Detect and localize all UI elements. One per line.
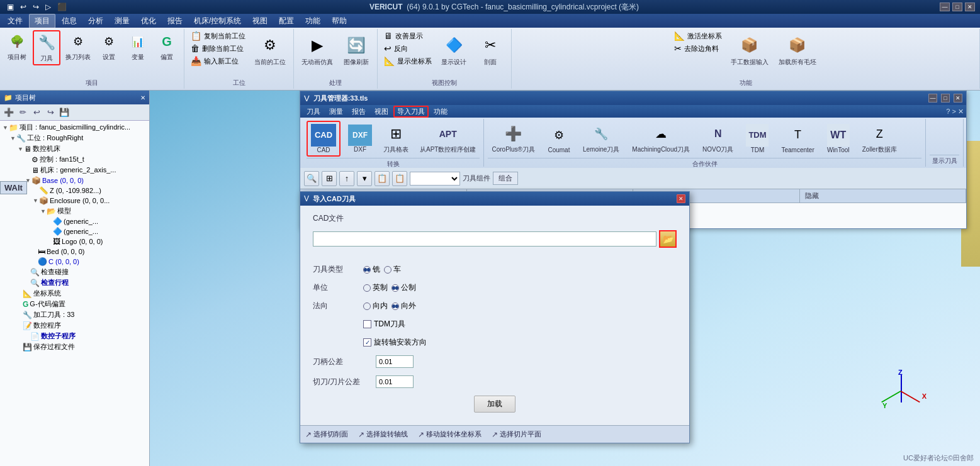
close-button[interactable]: ✕ [965,3,975,11]
ribbon-btn-remove-material[interactable]: ✂ 去除边角料 [672,43,724,54]
ribbon-btn-settings[interactable]: ⚙ 设置 [96,30,122,63]
tree-item-nc-program[interactable]: 📝 数控程序 [1,320,148,331]
tree-item-generic2[interactable]: 🔷 (generic_... [1,226,148,236]
browse-button[interactable]: 📂 [659,230,677,248]
tree-item-collision[interactable]: 🔍 检查碰撞 [1,267,148,277]
ribbon-btn-current-workpiece[interactable]: ⚙ 当前的工位 [251,30,290,69]
tree-item-model[interactable]: ▼ 📂 模型 [1,206,148,216]
tm-btn-novo[interactable]: N NOVO刀具 [699,120,737,157]
ribbon-btn-copy-workpiece[interactable]: 📋 复制当前工位 [188,30,248,42]
tm-btn-apt[interactable]: APT 从APT数控程序创建 [416,120,480,157]
tool-manager-maximize[interactable]: □ [941,94,950,103]
tree-item-logo[interactable]: 🖼 Logo (0, 0, 0) [1,236,148,247]
tm-menu-view[interactable]: 视图 [371,106,392,117]
tree-item-workpiece[interactable]: ▼ 🔧 工位 : RoughRight [1,133,148,143]
shank-tolerance-input[interactable] [376,355,414,368]
tm-btn-machiningcloud[interactable]: ☁ MachiningCloud刀具 [628,120,694,157]
tm-btn-tdm[interactable]: TDM TDM [742,121,772,156]
ribbon-btn-manual-data[interactable]: 📦 手工数据输入 [727,30,772,69]
panel-tool-edit[interactable]: ✏ [16,106,29,119]
tree-item-machining-tools[interactable]: 🔧 加工刀具 : 33 [1,309,148,320]
cad-file-input[interactable] [313,231,656,247]
tree-item-machine[interactable]: 🖥 机床 : generic_2_axis_... [1,165,148,175]
ribbon-btn-improve-display[interactable]: 🖥 改善显示 [381,30,434,42]
tool-manager-close[interactable]: ✕ [954,94,962,103]
ribbon-btn-variable[interactable]: 📊 变量 [125,30,151,63]
ribbon-btn-activate-coord[interactable]: 📐 激活坐标系 [672,30,724,42]
maximize-button[interactable]: □ [952,3,962,11]
tm-toolbar-dropdown[interactable] [410,172,460,186]
select-tool-move-coord[interactable]: ↗ 移动旋转体坐标系 [418,430,482,439]
ribbon-btn-load-blank[interactable]: 📦 加载所有毛坯 [775,30,820,69]
menu-analysis[interactable]: 分析 [83,14,108,28]
ribbon-btn-show-coord[interactable]: 📐 显示坐标系 [381,55,434,67]
tm-menu-report[interactable]: 报告 [348,106,369,117]
ribbon-btn-tool-list[interactable]: ⚙ 换刀列表 [63,30,93,63]
tree-item-bed[interactable]: 🛏 Bed (0, 0, 0) [1,247,148,257]
radio-metric[interactable]: 公制 [391,282,416,293]
tree-item-generic1[interactable]: 🔷 (generic_... [1,216,148,226]
qa-btn-2[interactable]: ↪ [31,3,41,11]
tm-toolbar-btn-6[interactable]: 📋 [392,171,407,186]
ribbon-btn-project-tree[interactable]: 🌳 项目树 [4,30,30,63]
tree-item-cnc[interactable]: ▼ 🖥 数控机床 [1,143,148,154]
radio-mill[interactable]: 铣 [363,264,380,275]
tree-item-c[interactable]: 🔵 C (0, 0, 0) [1,257,148,267]
menu-view[interactable]: 视图 [247,14,273,28]
tm-btn-dxf[interactable]: DXF DXF [344,122,376,155]
radio-outward[interactable]: 向外 [391,301,416,311]
tm-toolbar-btn-1[interactable]: 🔍 [304,171,319,186]
minimize-button[interactable]: — [940,3,950,11]
menu-measure[interactable]: 测量 [110,14,135,28]
project-panel-close[interactable]: ✕ [140,94,145,101]
ribbon-btn-cross-section[interactable]: ✂ 剖面 [473,30,507,69]
load-button[interactable]: 加载 [474,396,515,413]
select-tool-rotation-axis[interactable]: ↗ 选择旋转轴线 [358,430,408,439]
checkbox-tdm[interactable]: TDM刀具 [363,319,405,330]
menu-machine[interactable]: 机床/控制系统 [189,14,246,28]
tm-menu-import[interactable]: 导入刀具 [393,106,429,118]
tm-menu-tools[interactable]: 刀具 [303,106,324,117]
tree-item-project[interactable]: ▼ 📁 项目 : fanuc_basicmilling_cylindric... [1,122,148,133]
menu-optimize[interactable]: 优化 [136,14,161,28]
tm-btn-teamcenter[interactable]: T Teamcenter [777,121,818,156]
tm-btn-coumat[interactable]: ⚙ Coumat [544,121,574,156]
qa-btn-1[interactable]: ↩ [18,3,28,11]
tree-item-travel[interactable]: 🔍 检查行程 [1,277,148,288]
tm-menu-function[interactable]: 功能 [430,106,451,117]
menu-help[interactable]: 帮助 [327,14,352,28]
ribbon-btn-offset[interactable]: G 偏置 [154,30,180,63]
ribbon-btn-no-anim[interactable]: ▶ 无动画仿真 [298,30,337,69]
radio-inward[interactable]: 向内 [363,301,388,311]
tool-manager-minimize[interactable]: — [928,94,937,103]
select-tool-cutting-plane[interactable]: ↗ 选择切片平面 [492,430,541,439]
ribbon-btn-refresh[interactable]: 🔄 图像刷新 [339,30,373,69]
cutting-tolerance-input[interactable] [376,375,414,388]
ribbon-btn-tools[interactable]: 🔧 刀具 [33,30,60,65]
menu-function[interactable]: 功能 [300,14,325,28]
panel-tool-save[interactable]: 💾 [58,106,70,119]
panel-tool-add[interactable]: ➕ [3,106,15,119]
checkbox-rotation[interactable]: ✓ 旋转轴安装方向 [363,337,427,348]
dialog-close-button[interactable]: ✕ [677,194,685,203]
radio-inch[interactable]: 英制 [363,282,388,293]
tm-btn-wintool[interactable]: WT WinTool [823,121,853,156]
panel-tool-forward[interactable]: ↪ [44,106,57,119]
tm-menu-measure[interactable]: 测量 [325,106,347,117]
tree-item-coord[interactable]: 📐 坐标系统 [1,288,148,299]
tree-item-sub-program[interactable]: 📄 数控子程序 [1,331,148,341]
tm-toolbar-btn-4[interactable]: ▾ [357,171,372,186]
menu-file[interactable]: 文件 [3,14,28,28]
tree-item-control[interactable]: ⚙ 控制 : fan15t_t [1,154,148,165]
ribbon-btn-import-workpiece[interactable]: 📥 输入新工位 [188,55,248,67]
tm-btn-cad[interactable]: CAD CAD [307,121,341,157]
qa-btn-4[interactable]: ⬛ [55,3,69,11]
tm-btn-tool-table[interactable]: ⊞ 刀具格表 [380,120,412,157]
ribbon-btn-display-design[interactable]: 🔷 显示设计 [437,30,471,69]
ribbon-btn-delete-workpiece[interactable]: 🗑 删除当前工位 [188,43,248,54]
tree-item-gcode-offset[interactable]: G G-代码偏置 [1,299,148,309]
qa-btn-3[interactable]: ▷ [43,3,53,11]
tree-item-save-process[interactable]: 💾 保存过程文件 [1,341,148,352]
tm-toolbar-btn-2[interactable]: ⊞ [322,171,337,186]
tree-item-enclosure[interactable]: ▼ 📦 Enclosure (0, 0, 0... [1,196,148,206]
